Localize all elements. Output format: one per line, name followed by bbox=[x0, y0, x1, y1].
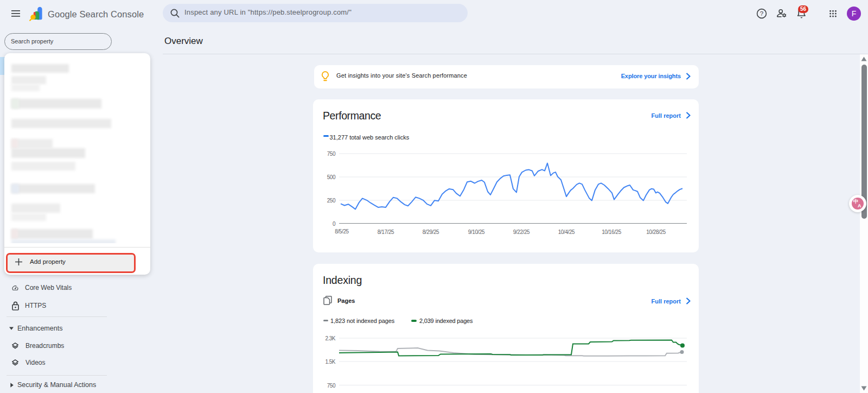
svg-text:9/22/25: 9/22/25 bbox=[513, 229, 530, 235]
svg-text:10/4/25: 10/4/25 bbox=[558, 229, 575, 235]
svg-text:500: 500 bbox=[327, 174, 336, 180]
svg-text:2.3K: 2.3K bbox=[325, 335, 335, 341]
svg-text:10/16/25: 10/16/25 bbox=[602, 229, 622, 235]
svg-text:750: 750 bbox=[327, 383, 336, 389]
svg-text:8/17/25: 8/17/25 bbox=[378, 229, 394, 235]
svg-text:0: 0 bbox=[333, 221, 336, 227]
svg-text:9/10/25: 9/10/25 bbox=[468, 229, 485, 235]
svg-text:250: 250 bbox=[327, 198, 336, 204]
svg-text:750: 750 bbox=[327, 151, 336, 157]
svg-text:?: ? bbox=[760, 10, 763, 17]
svg-text:1.5K: 1.5K bbox=[325, 359, 335, 365]
svg-text:8/29/25: 8/29/25 bbox=[423, 229, 439, 235]
svg-text:10/28/25: 10/28/25 bbox=[646, 229, 666, 235]
svg-text:8/5/25: 8/5/25 bbox=[335, 229, 349, 234]
